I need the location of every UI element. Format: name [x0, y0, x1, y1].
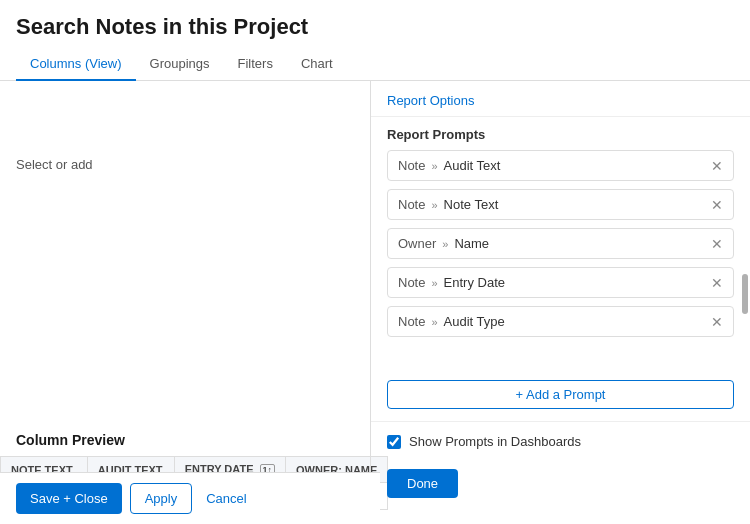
prompt-label: Note » Entry Date — [398, 275, 597, 290]
prompt-entity: Note — [398, 158, 425, 173]
prompt-field: Note Text — [444, 197, 499, 212]
done-btn-row: Done — [371, 461, 750, 510]
prompt-label: Note » Audit Text — [398, 158, 597, 173]
tab-bar: Columns (View) Groupings Filters Chart — [0, 48, 750, 81]
right-panel: Report Options Report Prompts Note » Aud… — [370, 81, 750, 510]
prompt-row: Note » Note Text ✕ — [387, 189, 734, 220]
prompt-row: Note » Audit Text ✕ — [387, 150, 734, 181]
prompt-chevron-icon: » — [431, 277, 437, 289]
prompt-chevron-icon: » — [431, 160, 437, 172]
prompt-row: Note » Audit Type ✕ — [387, 306, 734, 337]
tab-filters[interactable]: Filters — [224, 48, 287, 81]
apply-button[interactable]: Apply — [130, 483, 193, 514]
show-prompts-checkbox[interactable] — [387, 435, 401, 449]
tab-chart[interactable]: Chart — [287, 48, 347, 81]
prompt-entity: Note — [398, 314, 425, 329]
prompt-close-button[interactable]: ✕ — [711, 315, 723, 329]
scrollbar-thumb — [742, 274, 748, 314]
done-button[interactable]: Done — [387, 469, 458, 498]
prompt-label: Owner » Name — [398, 236, 597, 251]
prompt-chevron-icon: » — [442, 238, 448, 250]
show-prompts-label: Show Prompts in Dashboards — [409, 434, 581, 449]
page-title: Search Notes in this Project — [16, 14, 734, 40]
prompt-entity: Note — [398, 197, 425, 212]
prompt-entity: Note — [398, 275, 425, 290]
prompt-close-button[interactable]: ✕ — [711, 276, 723, 290]
prompt-label: Note » Note Text — [398, 197, 597, 212]
prompt-chevron-icon: » — [431, 199, 437, 211]
prompt-row: Note » Entry Date ✕ — [387, 267, 734, 298]
bottom-bar: Save + Close Apply Cancel — [0, 472, 380, 524]
select-or-add-text: Select or add — [16, 157, 354, 172]
column-preview-title: Column Preview — [0, 432, 370, 456]
prompt-close-button[interactable]: ✕ — [711, 159, 723, 173]
prompt-field: Audit Text — [444, 158, 501, 173]
prompt-close-button[interactable]: ✕ — [711, 237, 723, 251]
prompt-field: Audit Type — [444, 314, 505, 329]
prompt-row: Owner » Name ✕ — [387, 228, 734, 259]
report-options-title: Report Options — [371, 81, 750, 117]
show-prompts-row: Show Prompts in Dashboards — [371, 434, 750, 461]
report-prompts-title: Report Prompts — [371, 117, 750, 150]
prompt-field: Name — [454, 236, 489, 251]
add-prompt-button[interactable]: + Add a Prompt — [387, 380, 734, 409]
prompt-label: Note » Audit Type — [398, 314, 597, 329]
cancel-button[interactable]: Cancel — [200, 483, 252, 514]
tab-groupings[interactable]: Groupings — [136, 48, 224, 81]
prompts-list: Note » Audit Text ✕ Note » Note Text ✕ O… — [371, 150, 750, 376]
prompt-entity: Owner — [398, 236, 436, 251]
tab-columns[interactable]: Columns (View) — [16, 48, 136, 81]
prompt-field: Entry Date — [444, 275, 505, 290]
save-close-button[interactable]: Save + Close — [16, 483, 122, 514]
prompt-close-button[interactable]: ✕ — [711, 198, 723, 212]
left-panel: Select or add Column Preview NOTE TEXT A… — [0, 81, 370, 510]
prompt-chevron-icon: » — [431, 316, 437, 328]
